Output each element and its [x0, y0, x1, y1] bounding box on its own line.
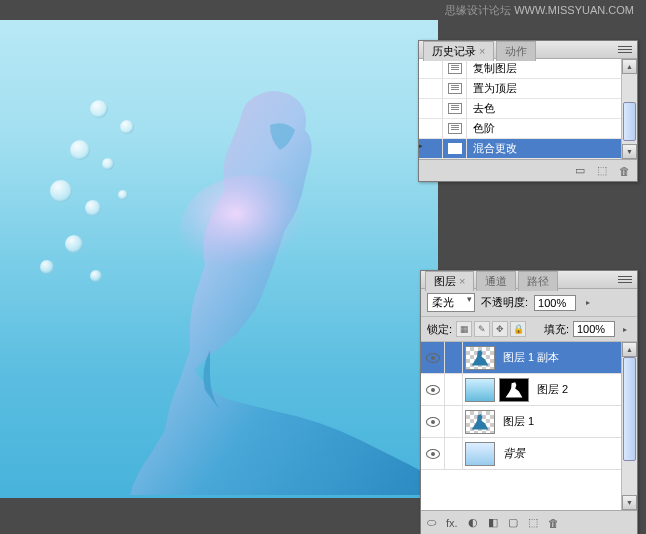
history-step-icon — [448, 63, 462, 74]
lock-label: 锁定: — [427, 322, 452, 337]
layer-row[interactable]: 图层 2 — [421, 374, 621, 406]
new-doc-icon[interactable]: ⬚ — [595, 164, 609, 178]
lock-transparency-icon[interactable]: ▦ — [456, 321, 472, 337]
scroll-up-icon[interactable]: ▲ — [622, 342, 637, 357]
history-item[interactable]: 色阶 — [419, 119, 621, 139]
trash-icon[interactable]: 🗑 — [548, 517, 559, 529]
scroll-down-icon[interactable]: ▼ — [622, 495, 637, 510]
history-item[interactable]: 复制图层 — [419, 59, 621, 79]
history-list: 复制图层 置为顶层 去色 色阶 ▸混合更改 — [419, 59, 621, 159]
tab-channels[interactable]: 通道 — [476, 271, 516, 291]
fill-label: 填充: — [544, 322, 569, 337]
layer-name[interactable]: 图层 1 — [497, 414, 534, 429]
layers-panel: 图层× 通道 路径 柔光 不透明度: 100%▸ 锁定: ▦ ✎ ✥ 🔒 填充:… — [420, 270, 638, 534]
history-item-selected[interactable]: ▸混合更改 — [419, 139, 621, 159]
history-step-icon — [448, 103, 462, 114]
history-step-icon — [448, 83, 462, 94]
opacity-flyout-icon[interactable]: ▸ — [582, 298, 594, 307]
history-panel: 历史记录× 动作 复制图层 置为顶层 去色 色阶 ▸混合更改 ▲ ▼ ▭ ⬚ 🗑 — [418, 40, 638, 182]
fill-flyout-icon[interactable]: ▸ — [619, 325, 631, 334]
tab-paths[interactable]: 路径 — [518, 271, 558, 291]
watermark: 思缘设计论坛 WWW.MISSYUAN.COM — [445, 3, 634, 18]
adjustment-layer-icon[interactable]: ◧ — [488, 516, 498, 529]
history-step-icon — [448, 143, 462, 154]
lock-paint-icon[interactable]: ✎ — [474, 321, 490, 337]
blend-mode-select[interactable]: 柔光 — [427, 293, 475, 312]
visibility-icon[interactable] — [426, 385, 440, 395]
fill-input[interactable]: 100% — [573, 321, 615, 337]
layer-thumbnail[interactable] — [465, 410, 495, 434]
scrollbar-vertical[interactable]: ▲ ▼ — [621, 59, 637, 159]
visibility-icon[interactable] — [426, 417, 440, 427]
lock-all-icon[interactable]: 🔒 — [510, 321, 526, 337]
layers-panel-header[interactable]: 图层× 通道 路径 — [421, 271, 637, 289]
layer-mask-icon[interactable]: ◐ — [468, 516, 478, 529]
layer-name[interactable]: 图层 1 副本 — [497, 350, 559, 365]
lock-buttons: ▦ ✎ ✥ 🔒 — [456, 321, 526, 337]
visibility-icon[interactable] — [426, 449, 440, 459]
layer-fx-icon[interactable]: fx. — [446, 517, 458, 529]
history-panel-header[interactable]: 历史记录× 动作 — [419, 41, 637, 59]
layer-row[interactable]: 图层 1 — [421, 406, 621, 438]
tab-layers[interactable]: 图层× — [425, 271, 474, 291]
new-snapshot-icon[interactable]: ▭ — [573, 164, 587, 178]
trash-icon[interactable]: 🗑 — [617, 164, 631, 178]
tab-actions[interactable]: 动作 — [496, 41, 536, 61]
layer-name[interactable]: 背景 — [497, 446, 525, 461]
opacity-input[interactable]: 100% — [534, 295, 576, 311]
new-layer-icon[interactable]: ⬚ — [528, 516, 538, 529]
layer-thumbnail[interactable] — [465, 378, 495, 402]
panel-menu-icon[interactable] — [617, 44, 633, 56]
history-footer: ▭ ⬚ 🗑 — [419, 159, 637, 181]
history-pointer-icon: ▸ — [419, 139, 423, 152]
panel-menu-icon[interactable] — [617, 274, 633, 286]
layers-footer: ⬭ fx. ◐ ◧ ▢ ⬚ 🗑 — [421, 510, 637, 534]
tab-history[interactable]: 历史记录× — [423, 41, 494, 61]
opacity-label: 不透明度: — [481, 295, 528, 310]
figure-artwork — [110, 80, 438, 498]
document-canvas[interactable] — [0, 20, 438, 498]
layer-mask-thumbnail[interactable] — [499, 378, 529, 402]
scroll-down-icon[interactable]: ▼ — [622, 144, 637, 159]
history-item[interactable]: 置为顶层 — [419, 79, 621, 99]
link-layers-icon[interactable]: ⬭ — [427, 516, 436, 529]
history-step-icon — [448, 123, 462, 134]
layer-row[interactable]: 背景 — [421, 438, 621, 470]
layer-name[interactable]: 图层 2 — [531, 382, 568, 397]
visibility-icon[interactable] — [426, 353, 440, 363]
scroll-thumb[interactable] — [623, 102, 636, 141]
lock-position-icon[interactable]: ✥ — [492, 321, 508, 337]
layer-group-icon[interactable]: ▢ — [508, 516, 518, 529]
layer-row-selected[interactable]: 图层 1 副本 — [421, 342, 621, 374]
svg-point-0 — [180, 175, 320, 285]
layer-thumbnail[interactable] — [465, 442, 495, 466]
layer-thumbnail[interactable] — [465, 346, 495, 370]
layers-list: 图层 1 副本 图层 2 图层 1 背景 — [421, 342, 621, 510]
history-item[interactable]: 去色 — [419, 99, 621, 119]
close-icon[interactable]: × — [479, 45, 485, 57]
close-icon[interactable]: × — [459, 275, 465, 287]
scroll-thumb[interactable] — [623, 357, 636, 461]
scroll-up-icon[interactable]: ▲ — [622, 59, 637, 74]
scrollbar-vertical[interactable]: ▲ ▼ — [621, 342, 637, 510]
